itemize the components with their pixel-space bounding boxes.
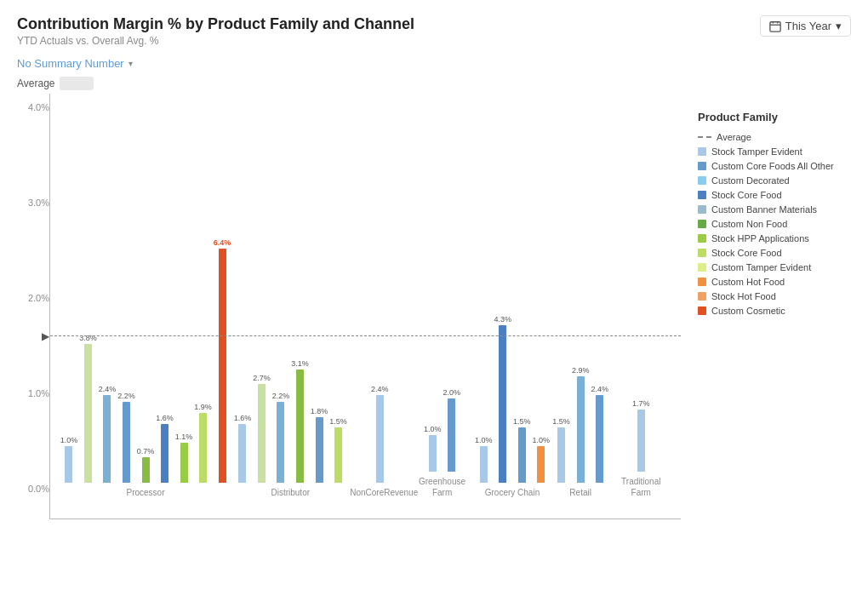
legend-color-10 xyxy=(698,278,706,286)
bar-processor-8: 1.9% xyxy=(194,403,212,483)
bar-processor-5: 0.7% xyxy=(137,447,155,483)
chart-subtitle: YTD Actuals vs. Overall Avg. % xyxy=(17,35,414,47)
summary-selector[interactable]: No Summary Number ▾ xyxy=(17,57,851,70)
bar-processor-4: 2.2% xyxy=(117,392,135,483)
average-value-box xyxy=(60,77,94,90)
bars-row-processor: 1.0% 3.8% 2.4% 2.2% xyxy=(60,117,231,483)
bar-ret-3: 2.4% xyxy=(591,385,608,483)
legend-item-6: Custom Non Food xyxy=(698,219,842,229)
svg-rect-0 xyxy=(770,21,780,31)
legend-item-11: Stock Hot Food xyxy=(698,291,842,301)
bar-dist-4: 3.1% xyxy=(291,359,309,483)
group-distributor: 1.6% 2.7% 2.2% 3.1% xyxy=(234,117,347,498)
legend-item-1: Stock Tamper Evident xyxy=(698,146,842,157)
legend-color-5 xyxy=(698,205,706,214)
x-label-greenhouse: Greenhouse Farm xyxy=(413,476,472,498)
x-label-noncore: NonCoreRevenue xyxy=(350,487,409,498)
legend-item-5: Custom Banner Materials xyxy=(698,204,842,215)
title-section: Contribution Margin % by Product Family … xyxy=(17,15,414,47)
legend-item-3: Custom Decorated xyxy=(698,175,842,186)
bars-area: 1.0% 3.8% 2.4% 2.2% xyxy=(50,94,681,518)
legend-label-avg: Average xyxy=(717,132,751,142)
legend-color-4 xyxy=(698,191,706,199)
legend-label-8: Stock Core Food xyxy=(711,248,782,258)
bars-row-distributor: 1.6% 2.7% 2.2% 3.1% xyxy=(234,117,347,483)
legend-label-11: Stock Hot Food xyxy=(711,291,776,301)
bar-processor-1: 1.0% xyxy=(60,436,78,483)
legend-color-6 xyxy=(698,220,706,228)
group-grocery: 1.0% 4.3% 1.5% 1.0% xyxy=(475,117,550,498)
y-label-0: 0.0% xyxy=(28,484,49,494)
bar-gh-1: 1.0% xyxy=(424,425,442,472)
bar-gr-2: 4.3% xyxy=(494,315,511,483)
y-label-4: 4.0% xyxy=(28,102,49,112)
bar-dist-2: 2.7% xyxy=(253,374,271,483)
legend-title: Product Family xyxy=(698,111,842,123)
legend-item-9: Custom Tamper Evident xyxy=(698,262,842,272)
legend-color-8 xyxy=(698,249,706,257)
bar-gr-1: 1.0% xyxy=(475,436,493,483)
bar-noncore-1: 2.4% xyxy=(371,385,389,483)
bar-processor-6: 1.6% xyxy=(156,414,174,483)
y-label-3: 3.0% xyxy=(28,198,49,208)
bar-dist-1: 1.6% xyxy=(234,414,252,483)
legend-item-4: Stock Core Food xyxy=(698,190,842,200)
bar-ret-1: 1.5% xyxy=(552,417,570,483)
legend-item-7: Stock HPP Applications xyxy=(698,233,842,243)
legend-label-7: Stock HPP Applications xyxy=(711,233,809,243)
legend-label-4: Stock Core Food xyxy=(711,190,782,200)
legend-color-2 xyxy=(698,162,706,170)
bars-row-retail: 1.5% 2.9% 2.4% xyxy=(552,117,608,483)
legend-color-12 xyxy=(698,306,706,315)
legend: Product Family Average Stock Tamper Evid… xyxy=(681,94,851,519)
bars-row-noncore: 2.4% xyxy=(371,117,389,483)
bar-dist-3: 2.2% xyxy=(272,392,290,483)
bars-row-grocery: 1.0% 4.3% 1.5% 1.0% xyxy=(475,117,550,483)
chart-plot-area: ▶ 1.0% 3.8% xyxy=(49,94,681,519)
date-filter-button[interactable]: This Year ▾ xyxy=(760,15,851,37)
legend-label-6: Custom Non Food xyxy=(711,219,787,229)
bars-row-greenhouse: 1.0% 2.0% xyxy=(424,106,460,472)
calendar-icon xyxy=(769,20,781,32)
legend-label-12: Custom Cosmetic xyxy=(711,306,785,316)
bar-processor-9: 6.4% xyxy=(214,238,231,483)
bars-row-traditional: 1.7% xyxy=(632,106,650,472)
chevron-down-icon: ▾ xyxy=(836,20,842,32)
bar-gr-4: 1.0% xyxy=(532,436,550,483)
legend-color-9 xyxy=(698,263,706,272)
legend-item-12: Custom Cosmetic xyxy=(698,306,842,316)
date-filter-label: This Year xyxy=(785,20,831,32)
legend-label-10: Custom Hot Food xyxy=(711,277,785,287)
dashboard-container: Contribution Margin % by Product Family … xyxy=(0,0,868,613)
bar-gr-3: 1.5% xyxy=(513,417,531,483)
group-processor: 1.0% 3.8% 2.4% 2.2% xyxy=(60,117,231,498)
x-label-grocery: Grocery Chain xyxy=(485,487,540,498)
x-label-distributor: Distributor xyxy=(271,487,310,498)
bar-processor-3: 2.4% xyxy=(99,385,117,483)
legend-label-3: Custom Decorated xyxy=(711,175,790,186)
bar-dist-5: 1.8% xyxy=(311,407,328,483)
legend-color-1 xyxy=(698,147,706,156)
average-label: Average xyxy=(17,77,54,89)
legend-color-7 xyxy=(698,234,706,243)
header-row: Contribution Margin % by Product Family … xyxy=(17,15,851,47)
group-greenhouse: 1.0% 2.0% Greenhouse Farm xyxy=(413,106,472,498)
legend-color-3 xyxy=(698,176,706,185)
legend-label-9: Custom Tamper Evident xyxy=(711,262,811,272)
chart-title: Contribution Margin % by Product Family … xyxy=(17,15,414,33)
average-row: Average xyxy=(17,77,851,90)
summary-label: No Summary Number xyxy=(17,57,124,70)
legend-label-1: Stock Tamper Evident xyxy=(711,146,802,157)
bar-processor-2: 3.8% xyxy=(79,334,97,483)
group-retail: 1.5% 2.9% 2.4% Retail xyxy=(552,117,608,498)
avg-arrow-icon: ▶ xyxy=(42,330,49,342)
bar-trad-1: 1.7% xyxy=(632,399,650,472)
x-label-traditional: Traditional Farm xyxy=(611,476,671,498)
bar-ret-2: 2.9% xyxy=(572,366,590,483)
main-content: 4.0% 3.0% 2.0% 1.0% 0.0% ▶ 1.0% xyxy=(17,94,851,519)
chevron-icon: ▾ xyxy=(128,59,133,68)
y-axis: 4.0% 3.0% 2.0% 1.0% 0.0% xyxy=(17,94,49,519)
x-label-retail: Retail xyxy=(569,487,591,498)
bar-dist-6: 1.5% xyxy=(329,417,347,483)
legend-item-2: Custom Core Foods All Other xyxy=(698,161,842,171)
